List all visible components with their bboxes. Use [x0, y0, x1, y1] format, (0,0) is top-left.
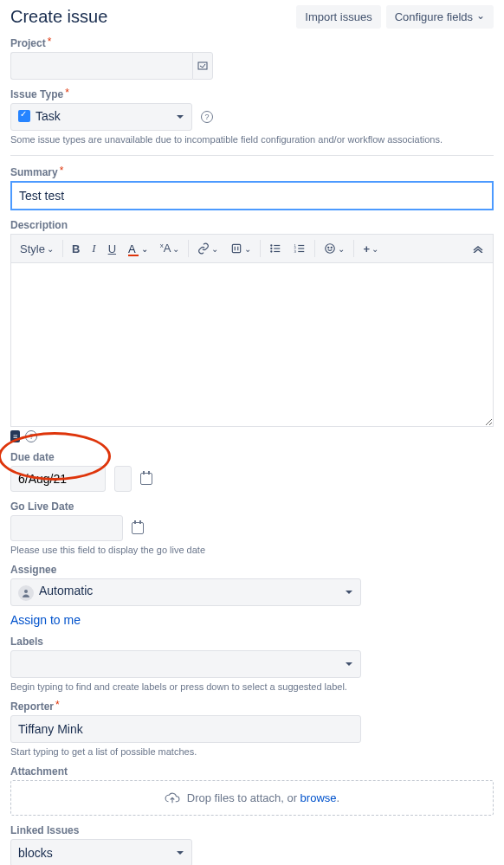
project-label: Project	[10, 37, 494, 49]
go-live-helper: Please use this field to display the go …	[10, 545, 494, 555]
text-color-button[interactable]: A⌄	[123, 237, 153, 260]
svg-rect-5	[275, 248, 281, 249]
svg-point-2	[271, 244, 273, 246]
editor-help-icon[interactable]: ?	[25, 430, 37, 442]
project-select[interactable]	[10, 52, 192, 80]
linked-issues-label: Linked Issues	[10, 824, 494, 836]
labels-helper: Begin typing to find and create labels o…	[10, 681, 494, 692]
link-button[interactable]: ⌄	[192, 237, 223, 260]
browse-link[interactable]: browse	[300, 791, 337, 804]
style-dropdown[interactable]: Style⌄	[15, 237, 59, 260]
go-live-input[interactable]	[10, 515, 123, 541]
svg-rect-10	[299, 251, 305, 252]
drop-dot: .	[337, 791, 340, 804]
due-date-label: Due date	[10, 451, 152, 463]
due-date-input[interactable]	[10, 466, 106, 492]
project-dropdown-icon[interactable]	[192, 52, 213, 80]
due-date-clear[interactable]	[114, 466, 132, 492]
attachment-label: Attachment	[10, 765, 494, 778]
attachment-button[interactable]: ⌄	[225, 237, 256, 260]
number-list-button[interactable]: 123	[288, 237, 311, 260]
labels-label: Labels	[10, 636, 494, 648]
svg-point-17	[24, 590, 28, 593]
issue-type-value: Task	[36, 109, 61, 123]
calendar-icon[interactable]	[140, 473, 152, 485]
task-icon	[18, 110, 30, 122]
svg-rect-9	[299, 248, 305, 249]
svg-point-4	[271, 248, 273, 249]
more-button[interactable]: +⌄	[358, 237, 384, 260]
svg-rect-0	[198, 62, 207, 69]
drop-text: Drop files to attach, or	[187, 791, 300, 804]
issue-type-label: Issue Type	[10, 88, 494, 100]
attachment-dropzone[interactable]: Drop files to attach, or browse.	[10, 780, 494, 816]
help-icon[interactable]: ?	[201, 111, 213, 123]
svg-text:3: 3	[294, 249, 297, 254]
summary-input[interactable]	[10, 181, 494, 210]
linked-issues-select[interactable]: blocks	[10, 839, 192, 865]
issue-type-select[interactable]: Task	[10, 103, 192, 131]
go-live-label: Go Live Date	[10, 500, 494, 513]
calendar-icon[interactable]	[132, 522, 144, 534]
svg-rect-3	[275, 245, 281, 246]
configure-fields-button[interactable]: Configure fields	[386, 5, 494, 29]
issue-type-helper: Some issue types are unavailable due to …	[10, 134, 494, 145]
assignee-value: Automatic	[39, 584, 93, 597]
assignee-label: Assignee	[10, 564, 494, 576]
clear-format-button[interactable]: xA⌄	[155, 237, 185, 260]
assign-to-me-link[interactable]: Assign to me	[10, 613, 81, 627]
collapse-toolbar-button[interactable]	[467, 237, 489, 260]
assignee-select[interactable]: Automatic	[10, 578, 361, 606]
svg-point-6	[271, 250, 273, 252]
svg-point-15	[328, 247, 329, 248]
description-label: Description	[10, 219, 494, 231]
reporter-input[interactable]	[10, 715, 361, 743]
import-issues-button[interactable]: Import issues	[296, 5, 380, 29]
summary-label: Summary	[10, 166, 494, 178]
editor-mode-icon[interactable]: ≡	[10, 430, 20, 442]
description-editor[interactable]	[10, 262, 494, 427]
underline-button[interactable]: U	[103, 237, 121, 260]
svg-rect-1	[233, 244, 241, 252]
labels-select[interactable]	[10, 650, 361, 678]
section-divider	[10, 155, 494, 156]
svg-rect-7	[275, 251, 281, 252]
bullet-list-button[interactable]	[264, 237, 287, 260]
svg-rect-8	[299, 245, 305, 246]
italic-button[interactable]: I	[87, 237, 100, 260]
page-title: Create issue	[10, 7, 107, 27]
rte-toolbar: Style⌄ B I U A⌄ xA⌄ ⌄ ⌄ 123 ⌄ +⌄	[10, 234, 494, 262]
svg-point-16	[332, 247, 333, 248]
bold-button[interactable]: B	[67, 237, 85, 260]
reporter-label: Reporter	[10, 700, 494, 713]
avatar-icon	[18, 585, 34, 601]
svg-point-14	[326, 244, 335, 254]
emoji-button[interactable]: ⌄	[319, 237, 350, 260]
upload-icon	[165, 792, 180, 804]
reporter-helper: Start typing to get a list of possible m…	[10, 746, 494, 757]
